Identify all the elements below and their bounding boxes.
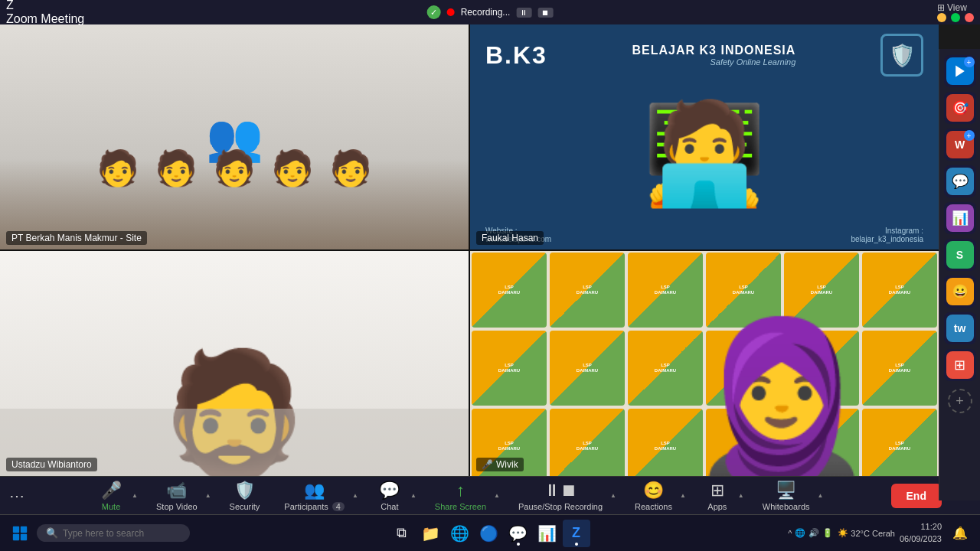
share-screen-caret[interactable]: ▲ [494, 492, 500, 499]
participants-btn[interactable]: 👥 Participants 4 [278, 478, 351, 514]
view-label-btn[interactable]: ⊞ View [937, 2, 974, 13]
pause-recording-btn[interactable]: ⏸ [516, 8, 531, 18]
chat-label: Chat [381, 502, 398, 511]
taskbar-center: ⧉ 📁 🌐 🔵 💬 📊 Z [388, 520, 590, 547]
tray-arrow[interactable]: ^ [788, 529, 792, 538]
whiteboards-label: Whiteboards [763, 502, 810, 511]
apps-btn[interactable]: ⊞ Apps [698, 478, 737, 514]
apps-icon: ⊞ [710, 481, 724, 500]
recording-icon: ⏸⏹ [544, 481, 577, 500]
whiteboards-caret[interactable]: ▲ [818, 492, 824, 499]
lsp-tile-8: LSPDAIMARU [548, 329, 626, 407]
minimize-btn[interactable] [937, 13, 946, 22]
edge-icon: 🌐 [450, 524, 469, 543]
bk3-shield-icon: 🛡️ [880, 34, 923, 77]
reactions-icon: 😊 [643, 481, 664, 500]
side-app-item-5[interactable]: 📊 [944, 202, 976, 234]
side-app-icon-4: 💬 [946, 168, 974, 195]
search-box[interactable]: 🔍 [37, 524, 190, 542]
svg-rect-4 [21, 533, 27, 540]
stop-video-group: 📹 Stop Video ▲ [150, 478, 211, 514]
toolbar-center: 🎤 Mute ▲ 📹 Stop Video ▲ 🛡️ Security 👥 Pa… [92, 478, 823, 514]
powerpoint-icon: 📊 [537, 524, 557, 543]
stop-recording-btn[interactable]: ⏹ [537, 8, 553, 18]
side-app-icon-8: tw [946, 315, 974, 342]
participants-label: Participants 4 [284, 502, 345, 511]
side-app-icon-2: 🎯 [946, 94, 974, 122]
bk3-title: BELAJAR K3 INDONESIA [632, 44, 796, 57]
svg-rect-3 [13, 533, 19, 540]
share-screen-btn[interactable]: ↑ Share Screen [429, 478, 492, 514]
recording-label: Recording... [461, 7, 511, 18]
participants-caret[interactable]: ▲ [352, 492, 358, 499]
search-input[interactable] [63, 528, 178, 539]
participant-cell-4: LSPDAIMARU LSPDAIMARU LSPDAIMARU LSPDAIM… [470, 251, 939, 476]
side-app-item-2[interactable]: 🎯 [944, 92, 976, 124]
stop-video-caret[interactable]: ▲ [205, 492, 211, 499]
zoom-taskbar-btn[interactable]: Z [563, 520, 590, 547]
mute-icon: 🎤 [101, 481, 122, 500]
side-app-item-4[interactable]: 💬 [944, 165, 976, 197]
chat-caret[interactable]: ▲ [410, 492, 416, 499]
wivik-person-icon: 🧕 [686, 323, 877, 476]
security-btn[interactable]: 🛡️ Security [224, 478, 266, 514]
svg-rect-1 [13, 526, 19, 532]
pause-stop-recording-btn[interactable]: ⏸⏹ Pause/Stop Recording [512, 478, 609, 514]
side-app-item-6[interactable]: S [944, 239, 976, 271]
weather-widget[interactable]: ☀️ 32°C Cerah [838, 528, 895, 538]
more-options-btn[interactable]: ⋯ [9, 487, 24, 505]
zoom-dot [575, 543, 578, 546]
clock[interactable]: 11:20 06/09/2023 [900, 521, 942, 545]
end-meeting-btn[interactable]: End [891, 484, 942, 508]
mute-caret[interactable]: ▲ [132, 492, 138, 499]
apps-caret[interactable]: ▲ [738, 492, 744, 499]
participants-count: 4 [332, 502, 345, 511]
chrome-icon: 🔵 [479, 524, 498, 543]
network-icon: 🌐 [795, 528, 805, 538]
side-app-item-1[interactable]: + [944, 55, 976, 87]
chat-btn[interactable]: 💬 Chat [371, 478, 409, 514]
whiteboards-btn[interactable]: 🖥️ Whiteboards [756, 478, 816, 514]
recording-caret[interactable]: ▲ [610, 492, 616, 499]
stop-video-btn[interactable]: 📹 Stop Video [150, 478, 204, 514]
mute-btn[interactable]: 🎤 Mute [92, 478, 130, 514]
side-app-item-7[interactable]: 😀 [944, 276, 976, 308]
reactions-group: 😊 Reactions ▲ [629, 478, 686, 514]
participants-group: 👥 Participants 4 ▲ [278, 478, 358, 514]
titlebar-right: ⊞ View [937, 2, 974, 22]
apps-label: Apps [707, 502, 727, 511]
side-app-item-3[interactable]: W + [944, 129, 976, 161]
task-view-btn[interactable]: ⧉ [388, 520, 416, 547]
side-app-icon-7: 😀 [946, 278, 974, 305]
side-app-icon-6: S [946, 241, 974, 269]
maximize-btn[interactable] [951, 13, 960, 22]
side-app-item-8[interactable]: tw [944, 312, 976, 344]
side-app-3-plus-badge: + [964, 130, 975, 141]
powerpoint-btn[interactable]: 📊 [534, 520, 561, 547]
bk3-person-icon: 🧑‍💻 [642, 103, 766, 203]
person1-icon: 🧑 [96, 148, 139, 188]
close-btn[interactable] [965, 13, 974, 22]
bk3-subtitle: Safety Online Learning [632, 57, 796, 67]
toolbar: ⋯ 🎤 Mute ▲ 📹 Stop Video ▲ 🛡️ Security [0, 476, 980, 514]
app-title: Zoom Meeting [6, 12, 84, 25]
bk3-instagram-block: Instagram : belajar_k3_indonesia [851, 227, 923, 243]
side-app-add-btn[interactable]: + [948, 389, 972, 413]
chrome-btn[interactable]: 🔵 [475, 520, 503, 547]
titlebar-left: Z Zoom Meeting [6, 0, 84, 26]
reactions-caret[interactable]: ▲ [680, 492, 686, 499]
notification-btn[interactable]: 🔔 [946, 520, 974, 547]
search-icon: 🔍 [46, 527, 58, 539]
messaging-btn[interactable]: 💬 [505, 520, 532, 547]
taskbar: 🔍 ⧉ 📁 🌐 🔵 💬 📊 Z [0, 514, 980, 551]
mic-icon-wivik: 🎤 [482, 459, 493, 470]
bk3-overlay: B.K3 BELAJAR K3 INDONESIA Safety Online … [470, 24, 939, 249]
edge-browser-btn[interactable]: 🌐 [446, 520, 474, 547]
file-explorer-btn[interactable]: 📁 [417, 520, 445, 547]
reactions-btn[interactable]: 😊 Reactions [629, 478, 678, 514]
lsp-tile-7: LSPDAIMARU [470, 329, 548, 407]
weather-temp: 32°C Cerah [851, 529, 895, 538]
side-app-item-9[interactable]: ⊞ [944, 349, 976, 381]
start-button[interactable] [6, 520, 34, 547]
whiteboards-group: 🖥️ Whiteboards ▲ [756, 478, 824, 514]
